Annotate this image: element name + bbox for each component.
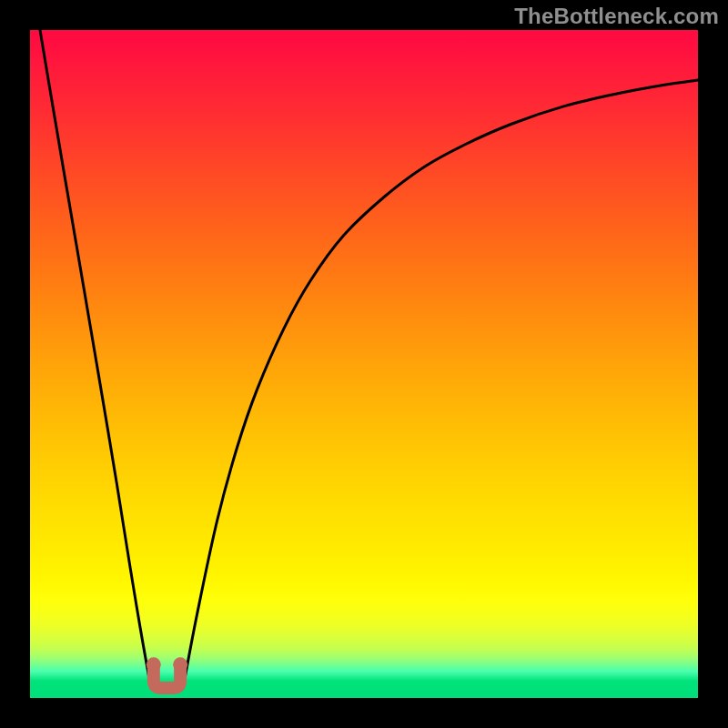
minimum-dot-right [173,657,187,672]
bottleneck-chart [0,0,728,728]
chart-frame: { "watermark": "TheBottleneck.com", "col… [0,0,728,728]
gradient-background [30,30,698,698]
watermark-text: TheBottleneck.com [514,4,719,29]
minimum-dot-left [147,657,161,672]
